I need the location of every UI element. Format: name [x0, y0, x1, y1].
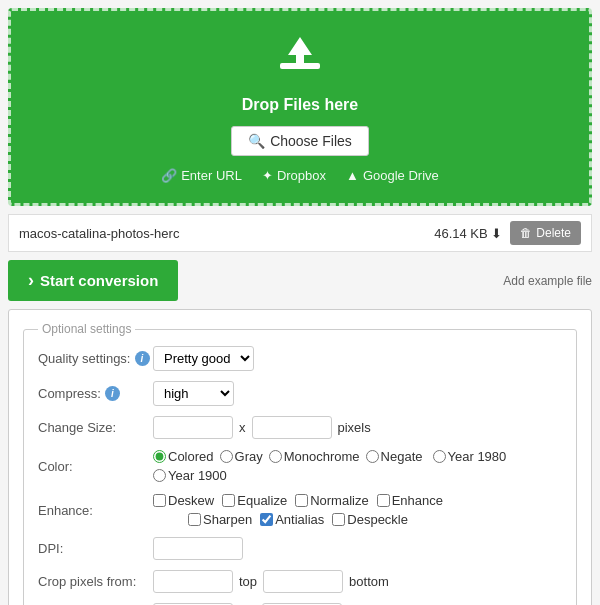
color-monochrome-option[interactable]: Monochrome — [269, 449, 360, 464]
file-name: macos-catalina-photos-herc — [19, 226, 227, 241]
enhance-sharpen-option[interactable]: Sharpen — [188, 512, 252, 527]
color-row: Color: Colored Gray Monochrome Negate — [38, 449, 562, 483]
enhance-row-2: Sharpen Antialias Despeckle — [188, 512, 408, 527]
enhance-normalize-option[interactable]: Normalize — [295, 493, 369, 508]
enhance-antialias-checkbox[interactable] — [260, 513, 273, 526]
search-icon: 🔍 — [248, 133, 265, 149]
enter-url-link[interactable]: 🔗 Enter URL — [161, 168, 242, 183]
file-row: macos-catalina-photos-herc 46.14 KB ⬇ 🗑 … — [8, 214, 592, 252]
crop-bottom-input[interactable] — [263, 570, 343, 593]
enhance-antialias-option[interactable]: Antialias — [260, 512, 324, 527]
delete-button[interactable]: 🗑 Delete — [510, 221, 581, 245]
quality-info-icon[interactable]: i — [135, 351, 150, 366]
color-year1980-option[interactable]: Year 1980 — [433, 449, 507, 464]
dpi-row: DPI: — [38, 537, 562, 560]
color-year1900-option[interactable]: Year 1900 — [153, 468, 227, 483]
color-colored-option[interactable]: Colored — [153, 449, 214, 464]
file-size: 46.14 KB ⬇ — [434, 226, 502, 241]
quality-select[interactable]: Pretty good Normal Good Excellent — [153, 346, 254, 371]
enhance-label: Enhance: — [38, 503, 153, 518]
crop-label: Crop pixels from: — [38, 570, 153, 589]
crop-top-input[interactable] — [153, 570, 233, 593]
trash-icon: 🗑 — [520, 226, 532, 240]
drive-icon: ▲ — [346, 168, 359, 183]
color-control: Colored Gray Monochrome Negate Year — [153, 449, 562, 483]
compress-select[interactable]: high medium low — [153, 381, 234, 406]
crop-row: Crop pixels from: top bottom left right — [38, 570, 562, 605]
crop-bottom-label: bottom — [349, 574, 389, 589]
start-conversion-button[interactable]: › Start conversion — [8, 260, 178, 301]
settings-panel: Optional settings Quality settings: i Pr… — [8, 309, 592, 605]
crop-top-label: top — [239, 574, 257, 589]
size-height-input[interactable] — [252, 416, 332, 439]
size-row: Change Size: x pixels — [38, 416, 562, 439]
link-icon: 🔗 — [161, 168, 177, 183]
size-x: x — [239, 420, 246, 435]
size-control: x pixels — [153, 416, 371, 439]
enhance-equalize-option[interactable]: Equalize — [222, 493, 287, 508]
quality-control: Pretty good Normal Good Excellent — [153, 346, 254, 371]
color-gray-radio[interactable] — [220, 450, 233, 463]
size-label: Change Size: — [38, 420, 153, 435]
enhance-normalize-checkbox[interactable] — [295, 494, 308, 507]
color-monochrome-radio[interactable] — [269, 450, 282, 463]
dpi-label: DPI: — [38, 541, 153, 556]
dpi-control — [153, 537, 243, 560]
dropbox-icon: ✦ — [262, 168, 273, 183]
download-icon: ⬇ — [491, 226, 502, 241]
quality-row: Quality settings: i Pretty good Normal G… — [38, 346, 562, 371]
compress-control: high medium low — [153, 381, 234, 406]
enhance-deskew-checkbox[interactable] — [153, 494, 166, 507]
drop-zone[interactable]: Drop Files here 🔍 Choose Files 🔗 Enter U… — [8, 8, 592, 206]
settings-legend: Optional settings — [38, 322, 135, 336]
color-negate-option[interactable]: Negate — [366, 449, 423, 464]
source-links: 🔗 Enter URL ✦ Dropbox ▲ Google Drive — [31, 168, 569, 183]
enhance-control: Deskew Equalize Normalize Enhance — [153, 493, 443, 527]
color-gray-option[interactable]: Gray — [220, 449, 263, 464]
upload-icon — [31, 31, 569, 88]
enhance-deskew-option[interactable]: Deskew — [153, 493, 214, 508]
enhance-despeckle-option[interactable]: Despeckle — [332, 512, 408, 527]
crop-control: top bottom left right — [153, 570, 562, 605]
enhance-row: Enhance: Deskew Equalize Normalize — [38, 493, 562, 527]
color-colored-radio[interactable] — [153, 450, 166, 463]
compress-info-icon[interactable]: i — [105, 386, 120, 401]
drop-text: Drop Files here — [31, 96, 569, 114]
settings-fieldset: Optional settings Quality settings: i Pr… — [23, 322, 577, 605]
svg-marker-1 — [288, 37, 312, 63]
action-row: › Start conversion Add example file — [8, 260, 592, 301]
enhance-row-1: Deskew Equalize Normalize Enhance — [153, 493, 443, 508]
add-example-link[interactable]: Add example file — [503, 274, 592, 288]
size-width-input[interactable] — [153, 416, 233, 439]
google-drive-link[interactable]: ▲ Google Drive — [346, 168, 439, 183]
chevron-icon: › — [28, 270, 34, 291]
size-pixels: pixels — [338, 420, 371, 435]
enhance-despeckle-checkbox[interactable] — [332, 513, 345, 526]
dropbox-link[interactable]: ✦ Dropbox — [262, 168, 326, 183]
enhance-equalize-checkbox[interactable] — [222, 494, 235, 507]
enhance-enhance-checkbox[interactable] — [377, 494, 390, 507]
color-negate-radio[interactable] — [366, 450, 379, 463]
dpi-input[interactable] — [153, 537, 243, 560]
color-year1900-radio[interactable] — [153, 469, 166, 482]
enhance-enhance-option[interactable]: Enhance — [377, 493, 443, 508]
enhance-sharpen-checkbox[interactable] — [188, 513, 201, 526]
compress-row: Compress: i high medium low — [38, 381, 562, 406]
choose-files-button[interactable]: 🔍 Choose Files — [231, 126, 369, 156]
color-label: Color: — [38, 459, 153, 474]
compress-label: Compress: i — [38, 386, 153, 401]
svg-rect-0 — [280, 63, 320, 69]
choose-files-label: Choose Files — [270, 133, 352, 149]
color-year1980-radio[interactable] — [433, 450, 446, 463]
quality-label: Quality settings: i — [38, 351, 153, 366]
